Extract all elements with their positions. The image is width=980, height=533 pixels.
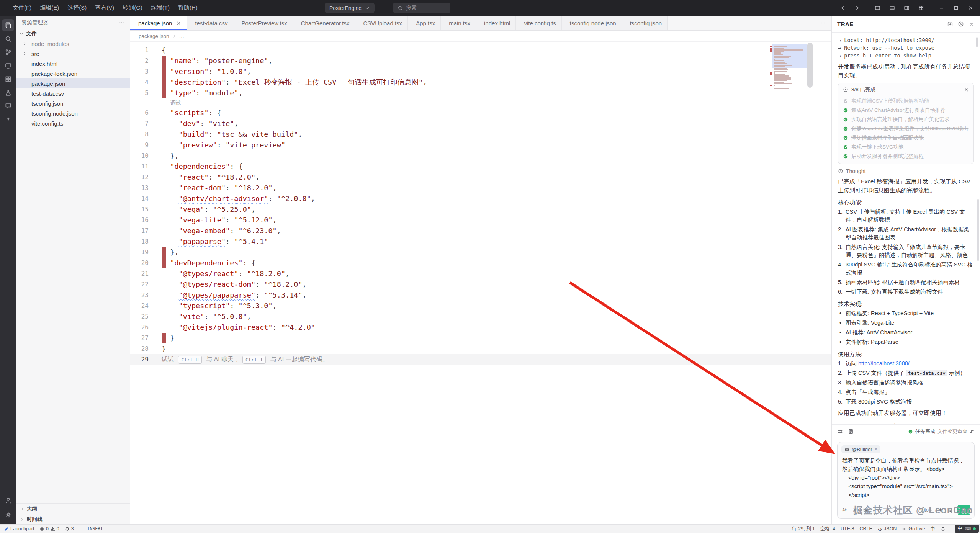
close-tab-icon[interactable] — [176, 21, 181, 26]
mention-icon[interactable]: @ — [841, 507, 847, 513]
code-line-27[interactable]: 27 } — [130, 333, 831, 343]
tab-PosterPreview.tsx[interactable]: PosterPreview.tsx — [233, 16, 293, 30]
code-line-29[interactable]: 29试试 Ctrl U 与 AI 聊天，Ctrl I 与 AI 一起编写代码。 — [130, 354, 831, 365]
code-line-24[interactable]: 24 "typescript": "^5.3.0", — [130, 301, 831, 311]
code-line-26[interactable]: 26 "@vitejs/plugin-react": "^4.2.0" — [130, 322, 831, 333]
breadcrumb-more[interactable]: … — [179, 33, 185, 39]
voice-input-icon[interactable] — [947, 507, 954, 513]
tab-tsconfig.json[interactable]: TStsconfig.json — [622, 16, 668, 30]
code-line-9[interactable]: 9 "preview": "vite preview" — [130, 140, 831, 150]
status-bell[interactable] — [941, 526, 946, 531]
tab-tsconfig.node.json[interactable]: TStsconfig.node.json — [562, 16, 622, 30]
activity-sparkle[interactable] — [2, 113, 14, 125]
model-selector[interactable]: Auto — [918, 507, 934, 513]
code-line-28[interactable]: 28} — [130, 343, 831, 354]
toggle-sidebar-button[interactable] — [871, 3, 884, 13]
code-line-10[interactable]: 10 }, — [130, 150, 831, 161]
code-line-3[interactable]: 3 "version": "1.0.0", — [130, 66, 831, 77]
chat-input-card[interactable]: @Builder × 我看了页面是空白，你看着重检查节点挂载情况，然后确保我们页… — [837, 442, 975, 519]
toggle-right-panel-button[interactable] — [900, 3, 913, 13]
code-line-13[interactable]: 13 "react-dom": "^18.2.0", — [130, 183, 831, 193]
code-line-18[interactable]: 18 "papaparse": "^5.4.1" — [130, 236, 831, 247]
more-actions-icon[interactable] — [119, 20, 124, 26]
code-line-22[interactable]: 22 "@types/react-dom": "^18.2.0", — [130, 279, 831, 290]
breadcrumb-file[interactable]: package.json — [139, 33, 169, 39]
code-line-1[interactable]: 1{ — [130, 45, 831, 56]
new-chat-icon[interactable] — [947, 21, 953, 27]
activity-bubble[interactable] — [2, 100, 14, 112]
tab-ChartGenerator.tsx[interactable]: ChartGenerator.tsx — [293, 16, 355, 30]
file-node_modules[interactable]: node_modules — [16, 39, 130, 49]
file-tsconfig.node.json[interactable]: TStsconfig.node.json — [16, 108, 130, 118]
tab-test-data.csv[interactable]: test-data.csv — [187, 16, 233, 30]
toggle-panel-button[interactable] — [885, 3, 898, 13]
minimap[interactable] — [774, 45, 804, 89]
code-line-25[interactable]: 25 "vite": "^5.0.0", — [130, 311, 831, 322]
activity-flask[interactable] — [2, 86, 14, 98]
code-line-4[interactable]: 4 "description": "Excel 秒变海报 - 上传 CSV 一句… — [130, 77, 831, 88]
code-line-17[interactable]: 17 "vega-embed": "^6.23.0", — [130, 226, 831, 236]
remove-chip[interactable]: × — [875, 446, 877, 452]
activity-search[interactable] — [2, 33, 14, 45]
task-list-header[interactable]: 8/8 已完成 — [838, 83, 973, 96]
file-package.json[interactable]: {}package.json — [16, 78, 130, 88]
chat-history-icon[interactable] — [958, 21, 964, 27]
project-selector[interactable]: PosterEngine — [325, 3, 375, 13]
menu-item[interactable]: 编辑(E) — [36, 0, 63, 16]
minimize-button[interactable] — [935, 3, 948, 13]
code-line-12[interactable]: 12 "react": "^18.2.0", — [130, 172, 831, 183]
menu-item[interactable]: 选择(S) — [63, 0, 91, 16]
tab-CSVUpload.tsx[interactable]: CSVUpload.tsx — [355, 16, 408, 30]
code-line-14[interactable]: 14 "@antv/chart-advisor": "^2.0.0", — [130, 193, 831, 204]
code-line-6[interactable]: 6 "scripts": { — [130, 108, 831, 118]
status-Go Live[interactable]: Go Live — [902, 526, 925, 531]
status-CRLF[interactable]: CRLF — [859, 526, 872, 531]
localhost-link[interactable]: http://localhost:3000/ — [858, 360, 910, 366]
activity-files[interactable] — [2, 19, 14, 31]
panel-scrollbar[interactable] — [977, 199, 979, 261]
status-空格: 4[interactable]: 空格: 4 — [820, 526, 835, 532]
tab-main.tsx[interactable]: main.tsx — [441, 16, 476, 30]
editor-scrollbar[interactable] — [807, 43, 813, 506]
menu-item[interactable]: 文件(F) — [8, 0, 36, 16]
global-search[interactable]: 搜索 — [393, 3, 450, 13]
status-UTF-8[interactable]: UTF-8 — [841, 526, 854, 531]
toggle-view-icon[interactable] — [837, 428, 843, 435]
open-changes-icon[interactable] — [848, 428, 854, 435]
layout-grid-button[interactable] — [915, 3, 928, 13]
file-index.html[interactable]: <>index.html — [16, 59, 130, 69]
attach-image-icon[interactable] — [863, 507, 869, 513]
code-line-7[interactable]: 7 "dev": "vite", — [130, 118, 831, 129]
code-line-16[interactable]: 16 "vega-lite": "^5.12.0", — [130, 215, 831, 226]
activity-gear[interactable] — [2, 508, 14, 521]
tab-vite.config.ts[interactable]: vite.config.ts — [516, 16, 561, 30]
builder-chip[interactable]: @Builder × — [841, 445, 880, 453]
code-line-15[interactable]: 15 "vega": "^5.25.0", — [130, 204, 831, 215]
maximize-button[interactable] — [949, 3, 962, 13]
breadcrumb[interactable]: package.json … — [130, 31, 831, 42]
tab-App.tsx[interactable]: App.tsx — [408, 16, 441, 30]
thought-toggle[interactable]: Thought — [838, 168, 974, 174]
terminal-scrollbar[interactable] — [976, 37, 978, 47]
tab-index.html[interactable]: <>index.html — [476, 16, 516, 30]
code-line-23[interactable]: 23 "@types/papaparse": "^5.3.14", — [130, 290, 831, 301]
code-line-11[interactable]: 11 "dependencies": { — [130, 161, 831, 172]
split-editor-icon[interactable] — [810, 20, 816, 26]
nav-back-button[interactable] — [836, 3, 849, 13]
context-tag-icon[interactable]: # — [852, 507, 858, 513]
codelens-debug[interactable]: 调试 — [130, 98, 831, 108]
menu-item[interactable]: 帮助(H) — [174, 0, 202, 16]
file-tsconfig.json[interactable]: TStsconfig.json — [16, 98, 130, 108]
menu-item[interactable]: 转到(G) — [118, 0, 147, 16]
code-line-20[interactable]: 20 "devDependencies": { — [130, 258, 831, 268]
activity-monitor[interactable] — [2, 59, 14, 72]
status-行 29, 列 1[interactable]: 行 29, 列 1 — [792, 526, 815, 532]
status-中[interactable]: 中 — [931, 526, 936, 532]
activity-branch[interactable] — [2, 46, 14, 58]
chat-scroll-area[interactable]: → Local: http://localhost:3000/→ Network… — [832, 33, 980, 424]
review-mode-selector[interactable]: 任务完成 文件变更审查 — [908, 428, 975, 435]
file-vite.config.ts[interactable]: vite.config.ts — [16, 118, 130, 128]
file-package-lock.json[interactable]: {}package-lock.json — [16, 69, 130, 78]
ime-widget[interactable]: 中 ⌨ — [955, 525, 979, 533]
status-JSON[interactable]: {}JSON — [877, 526, 897, 531]
